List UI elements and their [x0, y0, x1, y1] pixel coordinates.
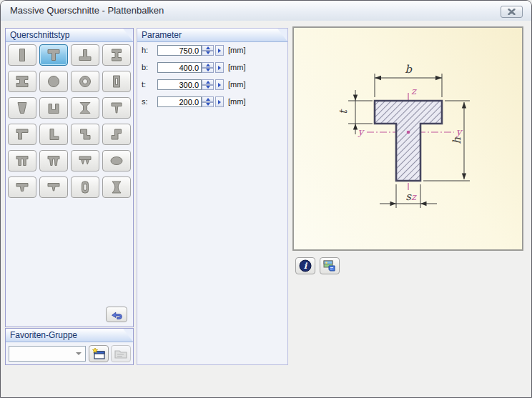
manage-favorites-icon	[114, 348, 128, 359]
i-section-icon	[106, 47, 127, 63]
close-icon	[508, 9, 516, 15]
section-type-group-title: Querschnittstyp	[6, 29, 133, 41]
section-type-t-tapered-button[interactable]	[102, 97, 131, 119]
favorites-group: Favoriten-Gruppe	[5, 328, 134, 365]
parameter-label: b:	[142, 63, 148, 71]
t-section-icon	[43, 47, 64, 63]
section-type-u-channel-button[interactable]	[39, 97, 68, 119]
section-type-ellipse-button[interactable]	[102, 150, 131, 171]
i-wide-flange-section-icon	[11, 74, 33, 89]
undo-arrow-icon	[109, 309, 124, 320]
parameter-h-input[interactable]	[157, 45, 202, 56]
section-info-button[interactable]: i	[295, 257, 315, 274]
section-type-inverted-tapered-t-button[interactable]	[39, 176, 68, 198]
axis-label-z-top: z	[411, 86, 417, 96]
section-type-concave-i-button[interactable]	[102, 176, 131, 198]
dimension-label-t: t	[337, 109, 350, 114]
t-section-diagram: b t h s y y z z	[294, 28, 522, 249]
hollow-rectangle-section-icon	[106, 74, 127, 89]
circle-section-icon	[43, 74, 64, 89]
close-button[interactable]	[501, 6, 523, 18]
t-offset-web-section-icon	[11, 126, 33, 142]
parameter-t-picker-button[interactable]	[215, 79, 224, 90]
parameter-s-spinner	[202, 96, 214, 107]
section-type-t-offset-button[interactable]	[8, 124, 36, 145]
chevron-down-icon	[76, 352, 82, 355]
parameter-t-spinner	[202, 79, 214, 90]
axis-label-y-right: y	[455, 126, 463, 137]
spinner-down-button[interactable]	[202, 102, 214, 108]
section-type-z-button[interactable]	[71, 124, 99, 145]
l-angle-section-icon	[43, 126, 64, 142]
section-type-i-section-button[interactable]	[102, 44, 131, 66]
unit-label: [mm]	[228, 46, 245, 54]
tapered-v-section-icon	[11, 100, 33, 116]
i-tapered-flange-section-icon	[74, 100, 96, 116]
section-type-i-tapered-button[interactable]	[71, 97, 99, 119]
spinner-up-button[interactable]	[202, 62, 214, 68]
spinner-up-button[interactable]	[202, 79, 214, 85]
unit-label: [mm]	[228, 97, 245, 106]
parameter-h-picker-button[interactable]	[215, 45, 224, 56]
parameter-s-input[interactable]	[157, 96, 202, 107]
section-type-hollow-rounded-rectangle-button[interactable]	[71, 176, 99, 198]
new-favorites-group-icon	[92, 347, 106, 360]
parameter-b-picker-button[interactable]	[215, 62, 224, 73]
parameter-row-h: h: [mm]	[137, 45, 287, 56]
parameter-b-spinner	[202, 62, 214, 73]
section-type-inverted-t-button[interactable]	[71, 44, 99, 66]
spinner-down-button[interactable]	[202, 85, 214, 91]
titlebar[interactable]: Massive Querschnitte - Plattenbalken	[1, 1, 531, 21]
parameter-b-input[interactable]	[157, 62, 202, 73]
spinner-down-button[interactable]	[202, 68, 214, 74]
u-channel-section-icon	[43, 100, 64, 116]
parameter-row-t: t: [mm]	[137, 79, 287, 90]
section-type-inverted-tapered-t-wide-button[interactable]	[8, 176, 36, 198]
spinner-up-button[interactable]	[202, 96, 214, 102]
parameter-label: s:	[142, 97, 148, 106]
parameter-group-header: Parameter	[137, 29, 287, 42]
parameter-row-s: s: [mm]	[137, 96, 287, 107]
z-section-icon	[74, 126, 96, 142]
parameter-row-b: b: [mm]	[137, 62, 287, 73]
unit-label: [mm]	[228, 80, 245, 89]
concave-i-section-icon	[106, 179, 127, 195]
section-type-circle-button[interactable]	[39, 71, 68, 92]
ring-section-icon	[74, 74, 96, 89]
info-icon: i	[299, 259, 312, 272]
favorites-group-dropdown[interactable]	[9, 346, 86, 362]
copy-image-button[interactable]	[320, 257, 340, 274]
section-type-rectangle-button[interactable]	[8, 44, 36, 66]
section-type-double-web-t-button[interactable]	[8, 150, 36, 171]
section-type-l-angle-button[interactable]	[39, 124, 68, 145]
dimension-label-b: b	[405, 63, 413, 76]
reset-section-button[interactable]	[106, 307, 127, 322]
parameter-h-spinner	[202, 45, 214, 56]
rectangle-section-icon	[11, 47, 33, 63]
inverted-tapered-t-wide-section-icon	[11, 179, 33, 195]
section-type-mirrored-z-button[interactable]	[102, 124, 131, 145]
ellipse-section-icon	[106, 153, 127, 169]
section-type-double-web-t-tapered-button[interactable]	[39, 150, 68, 171]
spinner-down-button[interactable]	[202, 51, 214, 56]
inverted-t-section-icon	[74, 47, 96, 63]
window-title: Massive Querschnitte - Plattenbalken	[10, 1, 164, 21]
dialog-window: Massive Querschnitte - Plattenbalken Que…	[0, 0, 532, 398]
parameter-t-input[interactable]	[157, 79, 202, 90]
section-type-ring-button[interactable]	[71, 71, 99, 92]
manage-favorites-button[interactable]	[111, 345, 131, 362]
spinner-up-button[interactable]	[202, 45, 214, 51]
section-type-grid	[8, 44, 131, 198]
section-type-t-section-button[interactable]	[39, 44, 68, 66]
section-type-hollow-rectangle-button[interactable]	[102, 71, 131, 92]
axis-label-y-left: y	[358, 126, 365, 137]
section-preview-panel: b t h s y y z z	[292, 26, 523, 251]
parameter-label: t:	[142, 80, 146, 89]
section-type-double-short-web-t-button[interactable]	[71, 150, 99, 171]
parameter-s-picker-button[interactable]	[215, 96, 224, 107]
section-type-tapered-v-button[interactable]	[8, 97, 36, 119]
section-type-i-wide-button[interactable]	[8, 71, 36, 92]
new-favorites-group-button[interactable]	[89, 345, 109, 362]
parameter-group: Parameter h: [mm] b: [mm] t: [mm] s:	[137, 28, 288, 365]
hollow-rounded-rectangle-section-icon	[74, 179, 96, 195]
